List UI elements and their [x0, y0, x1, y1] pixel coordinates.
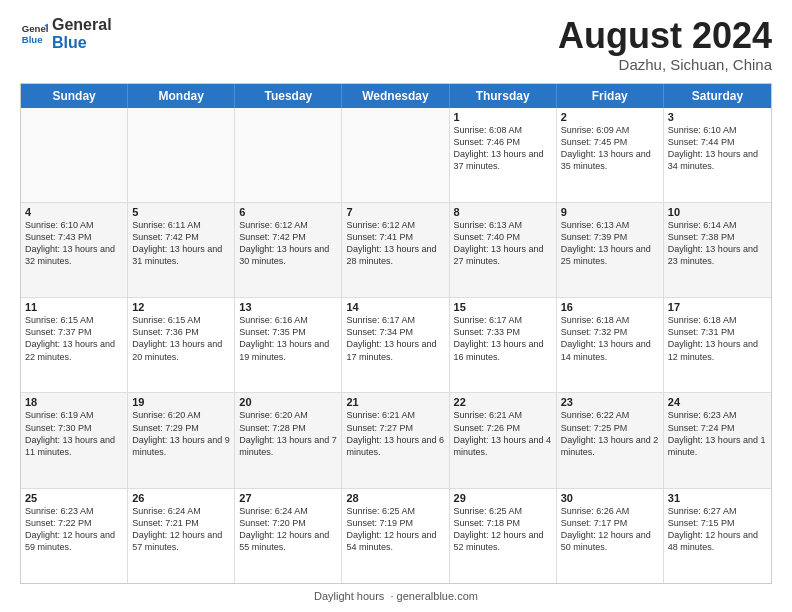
day-info: Sunrise: 6:10 AMSunset: 7:44 PMDaylight:…: [668, 124, 767, 173]
empty-cell: [21, 108, 128, 202]
svg-text:Blue: Blue: [22, 33, 43, 44]
day-info: Sunrise: 6:09 AMSunset: 7:45 PMDaylight:…: [561, 124, 659, 173]
day-info: Sunrise: 6:20 AMSunset: 7:28 PMDaylight:…: [239, 409, 337, 458]
day-cell-28: 28Sunrise: 6:25 AMSunset: 7:19 PMDayligh…: [342, 489, 449, 583]
location-subtitle: Dazhu, Sichuan, China: [558, 56, 772, 73]
day-cell-2: 2Sunrise: 6:09 AMSunset: 7:45 PMDaylight…: [557, 108, 664, 202]
day-cell-20: 20Sunrise: 6:20 AMSunset: 7:28 PMDayligh…: [235, 393, 342, 487]
day-info: Sunrise: 6:15 AMSunset: 7:36 PMDaylight:…: [132, 314, 230, 363]
month-title: August 2024: [558, 16, 772, 56]
calendar-row-1: 1Sunrise: 6:08 AMSunset: 7:46 PMDaylight…: [21, 108, 771, 202]
day-number: 25: [25, 492, 123, 504]
day-number: 11: [25, 301, 123, 313]
day-info: Sunrise: 6:10 AMSunset: 7:43 PMDaylight:…: [25, 219, 123, 268]
empty-cell: [342, 108, 449, 202]
calendar: SundayMondayTuesdayWednesdayThursdayFrid…: [20, 83, 772, 584]
footer: Daylight hours · generalblue.com: [20, 590, 772, 602]
day-info: Sunrise: 6:27 AMSunset: 7:15 PMDaylight:…: [668, 505, 767, 554]
day-cell-9: 9Sunrise: 6:13 AMSunset: 7:39 PMDaylight…: [557, 203, 664, 297]
day-cell-30: 30Sunrise: 6:26 AMSunset: 7:17 PMDayligh…: [557, 489, 664, 583]
day-info: Sunrise: 6:22 AMSunset: 7:25 PMDaylight:…: [561, 409, 659, 458]
day-info: Sunrise: 6:23 AMSunset: 7:22 PMDaylight:…: [25, 505, 123, 554]
day-number: 8: [454, 206, 552, 218]
day-info: Sunrise: 6:17 AMSunset: 7:34 PMDaylight:…: [346, 314, 444, 363]
day-number: 9: [561, 206, 659, 218]
day-number: 27: [239, 492, 337, 504]
day-cell-25: 25Sunrise: 6:23 AMSunset: 7:22 PMDayligh…: [21, 489, 128, 583]
day-cell-11: 11Sunrise: 6:15 AMSunset: 7:37 PMDayligh…: [21, 298, 128, 392]
empty-cell: [235, 108, 342, 202]
day-number: 3: [668, 111, 767, 123]
day-number: 23: [561, 396, 659, 408]
day-cell-22: 22Sunrise: 6:21 AMSunset: 7:26 PMDayligh…: [450, 393, 557, 487]
day-cell-16: 16Sunrise: 6:18 AMSunset: 7:32 PMDayligh…: [557, 298, 664, 392]
day-info: Sunrise: 6:16 AMSunset: 7:35 PMDaylight:…: [239, 314, 337, 363]
footer-text: Daylight hours: [314, 590, 384, 602]
day-cell-26: 26Sunrise: 6:24 AMSunset: 7:21 PMDayligh…: [128, 489, 235, 583]
logo-general: General: [52, 16, 112, 34]
day-cell-13: 13Sunrise: 6:16 AMSunset: 7:35 PMDayligh…: [235, 298, 342, 392]
day-info: Sunrise: 6:18 AMSunset: 7:32 PMDaylight:…: [561, 314, 659, 363]
day-cell-23: 23Sunrise: 6:22 AMSunset: 7:25 PMDayligh…: [557, 393, 664, 487]
day-cell-6: 6Sunrise: 6:12 AMSunset: 7:42 PMDaylight…: [235, 203, 342, 297]
day-number: 12: [132, 301, 230, 313]
day-cell-1: 1Sunrise: 6:08 AMSunset: 7:46 PMDaylight…: [450, 108, 557, 202]
day-number: 1: [454, 111, 552, 123]
day-info: Sunrise: 6:24 AMSunset: 7:21 PMDaylight:…: [132, 505, 230, 554]
day-number: 16: [561, 301, 659, 313]
svg-text:General: General: [22, 23, 48, 34]
day-info: Sunrise: 6:08 AMSunset: 7:46 PMDaylight:…: [454, 124, 552, 173]
day-info: Sunrise: 6:23 AMSunset: 7:24 PMDaylight:…: [668, 409, 767, 458]
day-number: 6: [239, 206, 337, 218]
calendar-header: SundayMondayTuesdayWednesdayThursdayFrid…: [21, 84, 771, 108]
day-number: 29: [454, 492, 552, 504]
cal-header-sunday: Sunday: [21, 84, 128, 108]
day-number: 10: [668, 206, 767, 218]
empty-cell: [128, 108, 235, 202]
logo: General Blue General Blue: [20, 16, 112, 51]
day-cell-15: 15Sunrise: 6:17 AMSunset: 7:33 PMDayligh…: [450, 298, 557, 392]
day-info: Sunrise: 6:13 AMSunset: 7:40 PMDaylight:…: [454, 219, 552, 268]
day-info: Sunrise: 6:17 AMSunset: 7:33 PMDaylight:…: [454, 314, 552, 363]
day-number: 17: [668, 301, 767, 313]
logo-blue: Blue: [52, 34, 112, 52]
day-info: Sunrise: 6:14 AMSunset: 7:38 PMDaylight:…: [668, 219, 767, 268]
day-info: Sunrise: 6:25 AMSunset: 7:18 PMDaylight:…: [454, 505, 552, 554]
logo-icon: General Blue: [20, 20, 48, 48]
day-info: Sunrise: 6:11 AMSunset: 7:42 PMDaylight:…: [132, 219, 230, 268]
day-number: 20: [239, 396, 337, 408]
day-info: Sunrise: 6:12 AMSunset: 7:41 PMDaylight:…: [346, 219, 444, 268]
day-number: 28: [346, 492, 444, 504]
day-info: Sunrise: 6:18 AMSunset: 7:31 PMDaylight:…: [668, 314, 767, 363]
title-block: August 2024 Dazhu, Sichuan, China: [558, 16, 772, 73]
day-number: 21: [346, 396, 444, 408]
cal-header-thursday: Thursday: [450, 84, 557, 108]
day-cell-14: 14Sunrise: 6:17 AMSunset: 7:34 PMDayligh…: [342, 298, 449, 392]
day-number: 5: [132, 206, 230, 218]
day-cell-17: 17Sunrise: 6:18 AMSunset: 7:31 PMDayligh…: [664, 298, 771, 392]
day-cell-12: 12Sunrise: 6:15 AMSunset: 7:36 PMDayligh…: [128, 298, 235, 392]
day-cell-31: 31Sunrise: 6:27 AMSunset: 7:15 PMDayligh…: [664, 489, 771, 583]
calendar-row-4: 18Sunrise: 6:19 AMSunset: 7:30 PMDayligh…: [21, 392, 771, 487]
day-number: 24: [668, 396, 767, 408]
day-number: 2: [561, 111, 659, 123]
cal-header-wednesday: Wednesday: [342, 84, 449, 108]
day-cell-29: 29Sunrise: 6:25 AMSunset: 7:18 PMDayligh…: [450, 489, 557, 583]
day-info: Sunrise: 6:21 AMSunset: 7:27 PMDaylight:…: [346, 409, 444, 458]
day-number: 26: [132, 492, 230, 504]
day-cell-18: 18Sunrise: 6:19 AMSunset: 7:30 PMDayligh…: [21, 393, 128, 487]
cal-header-monday: Monday: [128, 84, 235, 108]
day-cell-7: 7Sunrise: 6:12 AMSunset: 7:41 PMDaylight…: [342, 203, 449, 297]
day-cell-8: 8Sunrise: 6:13 AMSunset: 7:40 PMDaylight…: [450, 203, 557, 297]
day-cell-10: 10Sunrise: 6:14 AMSunset: 7:38 PMDayligh…: [664, 203, 771, 297]
calendar-row-5: 25Sunrise: 6:23 AMSunset: 7:22 PMDayligh…: [21, 488, 771, 583]
day-cell-19: 19Sunrise: 6:20 AMSunset: 7:29 PMDayligh…: [128, 393, 235, 487]
day-number: 31: [668, 492, 767, 504]
day-cell-21: 21Sunrise: 6:21 AMSunset: 7:27 PMDayligh…: [342, 393, 449, 487]
day-info: Sunrise: 6:15 AMSunset: 7:37 PMDaylight:…: [25, 314, 123, 363]
calendar-row-2: 4Sunrise: 6:10 AMSunset: 7:43 PMDaylight…: [21, 202, 771, 297]
day-info: Sunrise: 6:19 AMSunset: 7:30 PMDaylight:…: [25, 409, 123, 458]
day-info: Sunrise: 6:24 AMSunset: 7:20 PMDaylight:…: [239, 505, 337, 554]
cal-header-tuesday: Tuesday: [235, 84, 342, 108]
day-info: Sunrise: 6:13 AMSunset: 7:39 PMDaylight:…: [561, 219, 659, 268]
